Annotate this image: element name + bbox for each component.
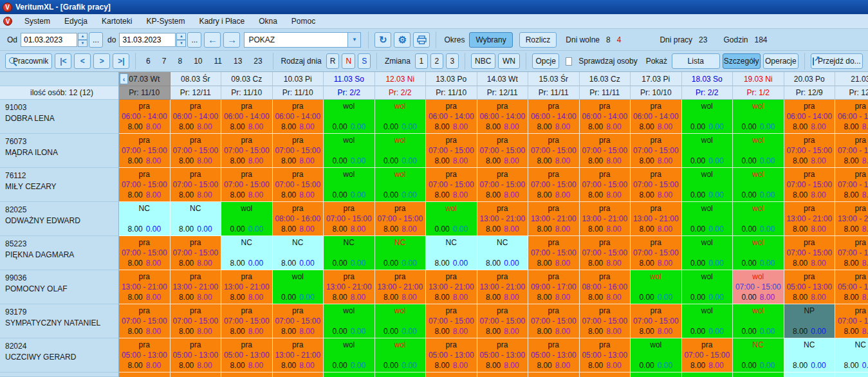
- schedule-cell[interactable]: wol0.000.00: [375, 304, 427, 338]
- schedule-cell[interactable]: pra13:00 - 21:008.008.00: [324, 270, 375, 304]
- schedule-cell[interactable]: [221, 372, 273, 377]
- chevron-down-icon[interactable]: ▼: [347, 33, 360, 47]
- schedule-cell[interactable]: pra13:00 - 21:008.008.00: [221, 270, 273, 304]
- opcje-button[interactable]: Opcje: [532, 53, 560, 69]
- schedule-cell[interactable]: [273, 372, 324, 377]
- zmiana-button-3[interactable]: 3: [446, 53, 459, 69]
- menu-item-kartoteki[interactable]: Kartoteki: [95, 15, 139, 28]
- schedule-cell[interactable]: pra07:00 - 15:008.008.00: [477, 168, 529, 202]
- schedule-cell[interactable]: pra06:00 - 14:008.008.00: [477, 100, 529, 134]
- schedule-cell[interactable]: pra07:00 - 15:008.008.00: [171, 134, 222, 168]
- date-column-header[interactable]: 17.03 Pi: [631, 72, 682, 86]
- employee-row-label[interactable]: 76073MĄDRA ILONA: [0, 134, 119, 168]
- date-column-header[interactable]: 11.03 So: [324, 72, 375, 86]
- view-select[interactable]: POKAZ ▼: [244, 32, 361, 48]
- schedule-cell[interactable]: pra07:00 - 15:008.008.00: [528, 168, 580, 202]
- employee-row-label[interactable]: 82025ODWAŻNY EDWARD: [0, 202, 119, 236]
- schedule-cell[interactable]: wol0.000.00: [733, 134, 784, 168]
- employee-row-label[interactable]: 93179SYMPATYCZNY NATANIEL: [0, 304, 119, 338]
- schedule-cell[interactable]: pra05:00 - 13:008.008.00: [171, 338, 222, 372]
- schedule-cell[interactable]: pra05:00 - 13:008.008.00: [426, 338, 477, 372]
- schedule-cell[interactable]: pra07:00 - 15:008.008.00: [835, 134, 868, 168]
- schedule-cell[interactable]: wol0.000.00: [375, 134, 427, 168]
- schedule-cell[interactable]: wol0.000.00: [733, 168, 784, 202]
- schedule-cell[interactable]: pra07:00 - 15:008.008.00: [119, 168, 171, 202]
- schedule-cell[interactable]: pra13:00 - 21:008.008.00: [528, 202, 580, 236]
- settings-button[interactable]: ⚙: [394, 32, 411, 48]
- schedule-cell[interactable]: wol0.000.00: [324, 168, 375, 202]
- zmiana-button-2[interactable]: 2: [430, 53, 443, 69]
- schedule-cell[interactable]: NC8.000.00: [273, 236, 324, 270]
- schedule-cell[interactable]: [171, 372, 222, 377]
- schedule-cell[interactable]: pra13:00 - 21:008.008.00: [171, 270, 222, 304]
- schedule-cell[interactable]: [733, 372, 784, 377]
- date-column-header[interactable]: 19.03 Ni: [733, 72, 784, 86]
- date-column-header[interactable]: 16.03 Cz: [580, 72, 631, 86]
- schedule-cell[interactable]: pra06:00 - 14:008.008.00: [784, 100, 836, 134]
- schedule-cell[interactable]: pra06:00 - 14:008.008.00: [631, 100, 682, 134]
- employee-row-label[interactable]: 82024UCZCIWY GERARD: [0, 338, 119, 372]
- schedule-cell[interactable]: wol0.000.00: [273, 270, 324, 304]
- schedule-cell[interactable]: pra07:00 - 15:008.008.00: [426, 168, 477, 202]
- schedule-cell[interactable]: pra13:00 - 21:008.008.00: [477, 270, 529, 304]
- schedule-cell[interactable]: pra07:00 - 15:008.008.00: [426, 304, 477, 338]
- schedule-cell[interactable]: pra08:00 - 16:008.008.00: [273, 202, 324, 236]
- print-button[interactable]: [413, 32, 430, 48]
- schedule-cell[interactable]: pra13:00 - 21:008.008.00: [375, 270, 427, 304]
- menu-item-kadry-i-p-ace[interactable]: Kadry i Płace: [192, 15, 252, 28]
- schedule-cell[interactable]: pra05:00 - 13:008.008.00: [528, 338, 580, 372]
- schedule-cell[interactable]: pra06:00 - 14:008.008.00: [171, 100, 222, 134]
- schedule-cell[interactable]: pra13:00 - 21:008.008.00: [273, 338, 324, 372]
- first-record-button[interactable]: |<: [55, 53, 71, 69]
- schedule-cell[interactable]: pra07:00 - 15:008.008.00: [580, 236, 631, 270]
- schedule-cell[interactable]: pra07:00 - 15:008.008.00: [477, 304, 529, 338]
- schedule-cell[interactable]: NP8.000.00: [784, 304, 836, 338]
- next-record-button[interactable]: >: [93, 53, 110, 69]
- schedule-cell[interactable]: pra07:00 - 15:008.008.00: [631, 304, 682, 338]
- schedule-cell[interactable]: pra07:00 - 15:008.008.00: [580, 304, 631, 338]
- schedule-cell[interactable]: wol0.000.00: [682, 100, 734, 134]
- schedule-cell[interactable]: pra13:00 - 21:008.008.00: [631, 202, 682, 236]
- schedule-cell[interactable]: wol07:00 - 15:000.008.00: [733, 270, 784, 304]
- schedule-cell[interactable]: pra07:00 - 15:008.008.00: [119, 134, 171, 168]
- nbc-button[interactable]: NBC: [471, 53, 495, 69]
- schedule-cell[interactable]: wol0.000.00: [324, 134, 375, 168]
- schedule-cell[interactable]: pra07:00 - 15:008.008.00: [273, 134, 324, 168]
- operacje-button[interactable]: Operacje: [763, 53, 799, 69]
- employee-row-label[interactable]: 76112MIŁY CEZARY: [0, 168, 119, 202]
- schedule-cell[interactable]: pra07:00 - 15:008.008.00: [835, 236, 868, 270]
- prev-period-button[interactable]: ←: [204, 32, 221, 48]
- schedule-cell[interactable]: wol0.000.00: [324, 304, 375, 338]
- schedule-cell[interactable]: pra05:00 - 13:008.008.00: [580, 338, 631, 372]
- date-column-header[interactable]: 21.03: [835, 72, 868, 86]
- schedule-cell[interactable]: pra07:00 - 15:008.008.00: [580, 134, 631, 168]
- schedule-cell[interactable]: pra07:00 - 15:008.008.00: [273, 304, 324, 338]
- szczegoly-button[interactable]: Szczegóły: [723, 53, 761, 69]
- date-to-input[interactable]: [119, 33, 176, 47]
- schedule-cell[interactable]: pra05:00 - 13:008.008.00: [835, 270, 868, 304]
- schedule-cell[interactable]: pra07:00 - 15:008.008.00: [631, 168, 682, 202]
- schedule-cell[interactable]: NC8.000.00: [221, 236, 273, 270]
- schedule-cell[interactable]: NC0.000.00: [375, 236, 427, 270]
- schedule-cell[interactable]: wol0.000.00: [375, 338, 427, 372]
- schedule-cell[interactable]: wol0.000.00: [733, 202, 784, 236]
- schedule-cell[interactable]: wol0.000.00: [631, 338, 682, 372]
- schedule-cell[interactable]: wol0.000.00: [682, 270, 734, 304]
- schedule-cell[interactable]: pra05:00 - 13:008.008.00: [784, 270, 836, 304]
- lista-button[interactable]: Lista: [672, 53, 720, 69]
- schedule-cell[interactable]: pra07:00 - 15:008.008.00: [784, 168, 836, 202]
- schedule-cell[interactable]: wol0.000.00: [682, 202, 734, 236]
- date-from-picker-button[interactable]: ...: [89, 32, 103, 48]
- schedule-cell[interactable]: wol0.000.00: [426, 202, 477, 236]
- schedule-cell[interactable]: wol0.000.00: [682, 304, 734, 338]
- schedule-cell[interactable]: pra08:00 - 16:008.008.00: [580, 270, 631, 304]
- schedule-cell[interactable]: pra07:00 - 15:008.008.00: [528, 236, 580, 270]
- schedule-cell[interactable]: pra06:00 - 14:008.008.00: [273, 100, 324, 134]
- rozlicz-button[interactable]: Rozlicz: [519, 32, 557, 48]
- rodzaj-dnia-button-n[interactable]: N: [342, 53, 355, 69]
- schedule-cell[interactable]: pra05:00 - 13:008.008.00: [477, 338, 529, 372]
- schedule-cell[interactable]: pra07:00 - 15:008.008.00: [171, 304, 222, 338]
- schedule-cell[interactable]: wol0.000.00: [221, 202, 273, 236]
- schedule-cell[interactable]: pra07:00 - 15:008.008.00: [528, 134, 580, 168]
- schedule-cell[interactable]: wol0.000.00: [733, 236, 784, 270]
